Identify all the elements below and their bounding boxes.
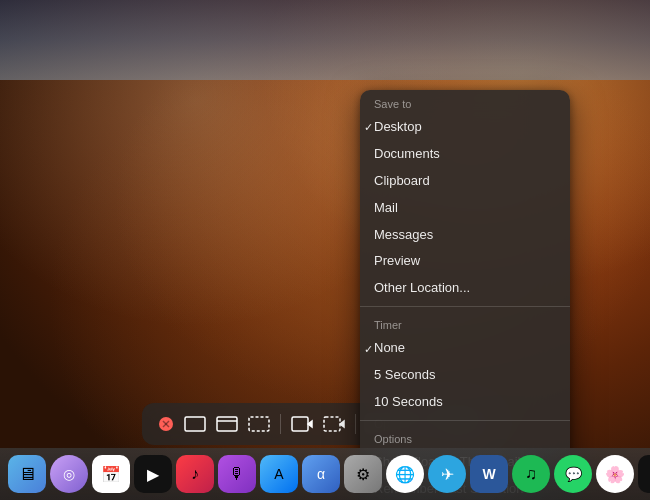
window-capture-button[interactable] (214, 411, 240, 437)
checkmark-none: ✓ (364, 342, 373, 356)
svg-rect-9 (324, 417, 340, 431)
svg-rect-3 (185, 417, 205, 431)
menu-item-preview[interactable]: Preview (360, 248, 570, 275)
dock: 🖥 ◎ 📅 ▶ ♪ 🎙 A α ⚙ 🌐 ✈ W ♫ 💬 🌸 E 🎮 (0, 448, 650, 500)
close-button[interactable] (156, 414, 176, 434)
dock-icon-finder[interactable]: 🖥 (8, 455, 46, 493)
menu-item-documents[interactable]: Documents (360, 141, 570, 168)
menu-item-desktop[interactable]: ✓ Desktop (360, 114, 570, 141)
menu-item-other-location[interactable]: Other Location... (360, 275, 570, 302)
sky (0, 0, 650, 80)
dock-icon-photos[interactable]: 🌸 (596, 455, 634, 493)
dock-icon-calendar[interactable]: 📅 (92, 455, 130, 493)
dock-icon-appletv[interactable]: ▶ (134, 455, 172, 493)
dock-icon-alpha[interactable]: α (302, 455, 340, 493)
checkmark-desktop: ✓ (364, 120, 373, 134)
timer-label: Timer (360, 311, 570, 335)
dock-icon-siri[interactable]: ◎ (50, 455, 88, 493)
dock-icon-whatsapp[interactable]: 💬 (554, 455, 592, 493)
divider-1 (360, 306, 570, 307)
context-menu: Save to ✓ Desktop Documents Clipboard Ma… (360, 90, 570, 500)
selection-capture-button[interactable] (246, 411, 272, 437)
menu-item-5-seconds[interactable]: 5 Seconds (360, 362, 570, 389)
divider-2 (360, 420, 570, 421)
svg-rect-4 (217, 417, 237, 431)
toolbar-separator-2 (355, 414, 356, 434)
screen-record-button[interactable] (289, 411, 315, 437)
dock-icon-spotify[interactable]: ♫ (512, 455, 550, 493)
selection-record-button[interactable] (321, 411, 347, 437)
svg-rect-6 (249, 417, 269, 431)
menu-item-messages[interactable]: Messages (360, 222, 570, 249)
dock-icon-appstore[interactable]: A (260, 455, 298, 493)
dock-icon-settings[interactable]: ⚙ (344, 455, 382, 493)
svg-rect-7 (292, 417, 308, 431)
menu-item-mail[interactable]: Mail (360, 195, 570, 222)
dock-icon-chrome[interactable]: 🌐 (386, 455, 424, 493)
dock-icon-telegram[interactable]: ✈ (428, 455, 466, 493)
dock-icon-music[interactable]: ♪ (176, 455, 214, 493)
options-label: Options (360, 425, 570, 449)
dock-icon-epic[interactable]: E (638, 455, 650, 493)
fullscreen-capture-button[interactable] (182, 411, 208, 437)
toolbar-separator-1 (280, 414, 281, 434)
save-to-label: Save to (360, 90, 570, 114)
dock-icon-podcasts[interactable]: 🎙 (218, 455, 256, 493)
menu-item-10-seconds[interactable]: 10 Seconds (360, 389, 570, 416)
dock-icon-word[interactable]: W (470, 455, 508, 493)
menu-item-clipboard[interactable]: Clipboard (360, 168, 570, 195)
menu-item-none[interactable]: ✓ None (360, 335, 570, 362)
